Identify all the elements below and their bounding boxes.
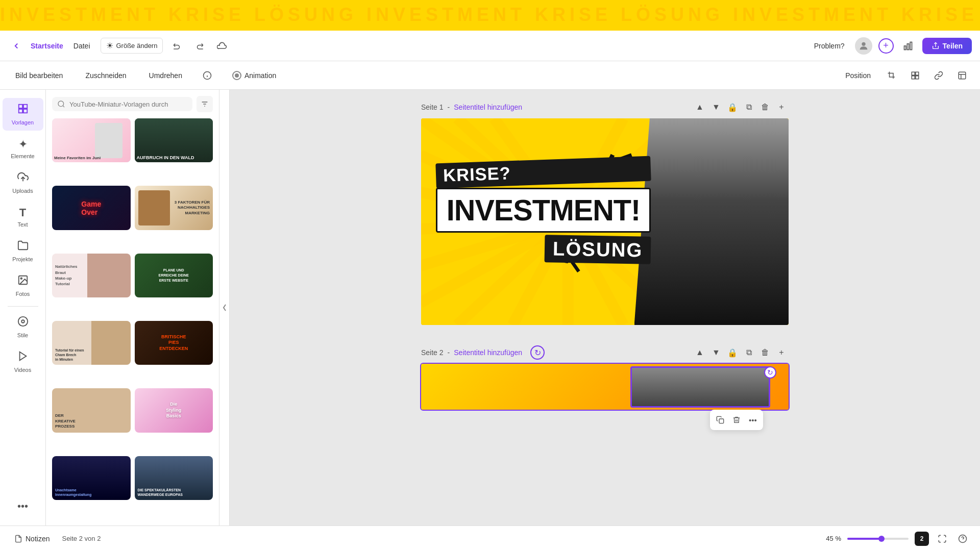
page-2-refresh-button[interactable]: ↻ — [530, 345, 545, 360]
more-options-button[interactable]: ••• — [745, 412, 761, 428]
page-indicator: Seite 2 von 2 — [62, 535, 101, 542]
help-button[interactable] — [955, 532, 970, 546]
layout-icon-button[interactable] — [954, 68, 970, 83]
template-card[interactable]: GameOver — [52, 186, 131, 230]
sidebar-item-vorlagen[interactable]: Vorlagen — [3, 98, 43, 131]
search-input[interactable] — [69, 101, 187, 108]
notes-button[interactable]: Notizen — [10, 533, 54, 545]
back-button[interactable] — [8, 38, 24, 54]
page-1-lock-button[interactable]: 🔒 — [725, 100, 740, 114]
page-1-up-button[interactable]: ▲ — [693, 100, 707, 114]
page-2-add-title[interactable]: Seitentitel hinzufügen — [454, 348, 522, 357]
grid-icon-button[interactable] — [908, 68, 923, 83]
fotos-icon — [17, 274, 29, 289]
investment-text[interactable]: INVESTMENT! — [436, 188, 651, 233]
svg-point-22 — [18, 317, 27, 326]
krise-text[interactable]: KRISE? — [435, 156, 651, 189]
template-card[interactable]: DIE SPEKTAKULÄRSTENWANDERWEGE EUROPAS — [135, 456, 213, 500]
svg-rect-46 — [719, 419, 724, 423]
template-card[interactable]: PLANE UNDERREICHE DEINEERSTE WEBSITE — [135, 254, 213, 297]
page-1-block: Seite 1 - Seitentitel hinzufügen ▲ ▼ 🔒 ⧉… — [421, 100, 789, 325]
template-card[interactable]: UnachtsameInnenraumgestaltung — [52, 456, 131, 500]
svg-rect-1 — [904, 46, 905, 50]
analytics-button[interactable] — [900, 38, 916, 54]
sidebar-item-text[interactable]: T Text — [3, 201, 43, 233]
page-2-selected-element[interactable] — [630, 366, 770, 408]
zoom-slider-thumb[interactable] — [878, 536, 885, 542]
position-button[interactable]: Position — [840, 68, 876, 83]
bottom-bar: Notizen Seite 2 von 2 45 % 2 — [0, 525, 980, 551]
page-2-lock-button[interactable]: 🔒 — [725, 345, 740, 360]
link-icon-button[interactable] — [931, 68, 946, 83]
cloud-save-button[interactable] — [214, 38, 230, 54]
sidebar-item-fotos-label: Fotos — [16, 291, 30, 297]
sidebar-item-uploads[interactable]: Uploads — [3, 166, 43, 199]
page-1-title: Seite 1 — [421, 103, 444, 111]
info-button[interactable] — [200, 68, 215, 83]
crop-icon-button[interactable] — [884, 68, 899, 83]
loesung-text[interactable]: LÖSUNG — [544, 235, 651, 264]
sidebar-item-fotos[interactable]: Fotos — [3, 269, 43, 302]
animation-button[interactable]: Animation — [227, 68, 281, 83]
undo-button[interactable] — [169, 38, 185, 54]
rotate-handle[interactable]: ↻ — [764, 366, 776, 379]
projekte-icon — [17, 240, 29, 254]
delete-element-button[interactable] — [728, 412, 745, 428]
page-num-badge: 2 — [915, 532, 929, 546]
template-card[interactable]: Tutorial für einenCham Brechin Minuten — [52, 321, 131, 365]
resize-button[interactable]: ☀ Größe ändern — [101, 38, 163, 54]
top-decorative-bar: INVESTMENT KRISE LÖSUNG INVESTMENT KRISE… — [0, 0, 980, 31]
template-card[interactable]: BRITISCHEPIESENTDECKEN — [135, 321, 213, 365]
template-card[interactable]: AUFBRUCH IN DEN WALD — [135, 118, 213, 162]
page-1-down-button[interactable]: ▼ — [709, 100, 723, 114]
template-card[interactable]: DieStylingBasics — [135, 388, 213, 432]
page-2-down-button[interactable]: ▼ — [709, 345, 723, 360]
toolbar: Bild bearbeiten Zuschneiden Umdrehen Ani… — [0, 61, 980, 90]
page-1-add-button[interactable]: + — [774, 100, 789, 114]
hide-panel-button[interactable] — [219, 90, 230, 525]
share-button[interactable]: Teilen — [922, 38, 972, 54]
sidebar-item-elemente[interactable]: ✦ Elemente — [3, 133, 43, 164]
sidebar-item-videos[interactable]: Videos — [3, 345, 43, 378]
template-card[interactable]: NatürlichesBrautMake-upTutorial — [52, 254, 131, 297]
sidebar-item-projekte[interactable]: Projekte — [3, 235, 43, 267]
page-2-separator: - — [448, 348, 450, 357]
add-account-button[interactable]: + — [878, 38, 894, 54]
toolbar-right: Position — [840, 68, 970, 83]
sidebar-item-more[interactable]: ••• — [3, 495, 43, 517]
page-1-duplicate-button[interactable]: ⧉ — [742, 100, 756, 114]
page-2-up-button[interactable]: ▲ — [693, 345, 707, 360]
zoom-slider[interactable] — [847, 538, 909, 540]
page-1-controls: ▲ ▼ 🔒 ⧉ 🗑 + — [693, 100, 789, 114]
page-2-duplicate-button[interactable]: ⧉ — [742, 345, 756, 360]
sidebar-item-stile-label: Stile — [17, 332, 28, 338]
fullscreen-button[interactable] — [935, 532, 949, 546]
crop-button[interactable]: Zuschneiden — [80, 68, 131, 83]
home-button[interactable]: Startseite — [31, 42, 63, 50]
page-1-separator: - — [448, 103, 450, 111]
svg-point-21 — [20, 278, 22, 279]
page-2-add-button[interactable]: + — [774, 345, 789, 360]
svg-rect-11 — [916, 76, 919, 79]
uploads-icon — [17, 171, 29, 186]
stile-icon — [17, 316, 29, 330]
filter-button[interactable] — [197, 96, 213, 112]
problem-button[interactable]: Problem? — [810, 40, 849, 52]
page-2-canvas[interactable]: ↻ — [421, 364, 789, 410]
copy-element-button[interactable] — [712, 412, 728, 428]
template-card[interactable]: DERKREATIVEPROZESS — [52, 388, 131, 432]
edit-image-button[interactable]: Bild bearbeiten — [10, 68, 68, 83]
svg-rect-2 — [907, 43, 909, 49]
search-input-wrap[interactable] — [52, 97, 192, 111]
template-card[interactable]: Meine Favoriten im Juni — [52, 118, 131, 162]
page-2-delete-button[interactable]: 🗑 — [758, 345, 772, 360]
redo-button[interactable] — [191, 38, 208, 54]
page-1-add-title[interactable]: Seitentitel hinzufügen — [454, 103, 522, 111]
flip-button[interactable]: Umdrehen — [144, 68, 187, 83]
page-1-delete-button[interactable]: 🗑 — [758, 100, 772, 114]
page-1-canvas[interactable]: .ray{stroke:#FFB800;stroke-width:3;opaci… — [421, 118, 789, 325]
file-button[interactable]: Datei — [69, 40, 94, 52]
sidebar-item-stile[interactable]: Stile — [3, 311, 43, 343]
avatar[interactable] — [855, 37, 872, 55]
template-card[interactable]: 3 FAKTOREN FÜRNACHHALTIGESMARKETING — [135, 186, 213, 230]
